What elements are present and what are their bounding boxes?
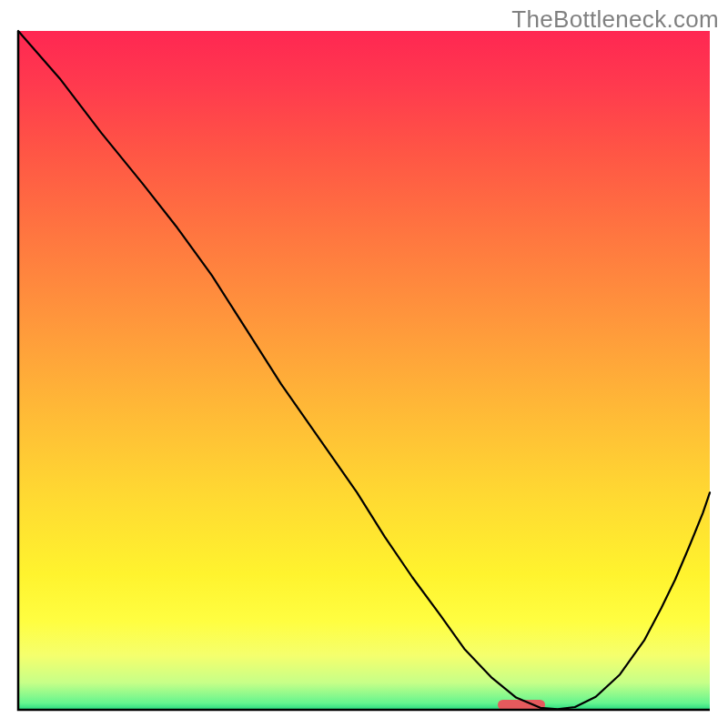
bottleneck-chart: TheBottleneck.com (0, 0, 728, 728)
watermark-text: TheBottleneck.com (511, 5, 719, 34)
highlight-marker (498, 700, 545, 710)
chart-background-gradient (18, 31, 710, 710)
